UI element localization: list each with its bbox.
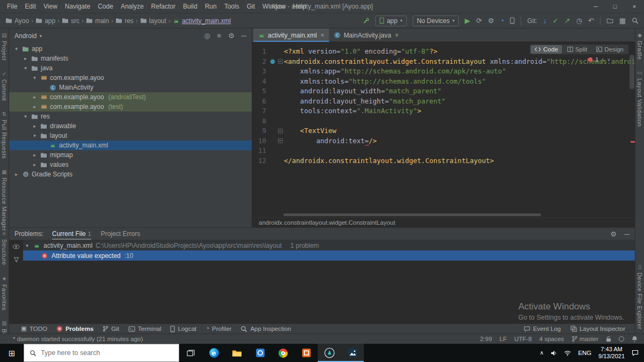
funnel-button[interactable] <box>13 257 19 264</box>
inspections-indicator-icon[interactable] <box>619 336 624 342</box>
git-update-button[interactable]: ↓ <box>543 17 547 24</box>
git-commit-button[interactable]: ✓ <box>553 17 559 24</box>
menu-window[interactable]: Window <box>259 0 289 13</box>
tree-chevron-icon[interactable]: ▸ <box>32 94 38 100</box>
build-wrench-button[interactable] <box>363 18 369 24</box>
tree-chevron-icon[interactable]: ▾ <box>23 114 28 119</box>
tool-window-layout-inspector[interactable]: Layout Inspector <box>570 326 625 332</box>
expand-chevron-icon[interactable]: ▾ <box>24 243 30 248</box>
maximize-button[interactable]: □ <box>605 0 625 13</box>
search-input[interactable] <box>41 349 173 357</box>
tool-button-gradle[interactable]: ◆Gradle <box>636 33 643 60</box>
breadcrumb-item-main[interactable]: main <box>86 17 109 25</box>
tree-item-res[interactable]: ▾res <box>9 112 252 121</box>
tree-chevron-icon[interactable]: ▸ <box>13 172 19 177</box>
tree-item-gradle-scripts[interactable]: ▸GGradle Scripts <box>9 169 252 179</box>
breadcrumb-item-ayoo[interactable]: Ayoo <box>5 17 29 25</box>
menu-run[interactable]: Run <box>201 0 221 13</box>
eye-button[interactable] <box>12 243 20 251</box>
minimize-button[interactable]: ─ <box>586 0 605 13</box>
fold-icon[interactable]: − <box>278 138 283 143</box>
menu-code[interactable]: Code <box>94 0 117 13</box>
sdk-manager-button[interactable] <box>606 18 613 24</box>
menu-file[interactable]: File <box>3 0 21 13</box>
menu-help[interactable]: Help <box>289 0 310 13</box>
tree-chevron-icon[interactable]: ▾ <box>32 133 38 138</box>
indent-setting[interactable]: 4 spaces <box>539 336 564 342</box>
tree-chevron-icon[interactable]: ▾ <box>13 46 19 51</box>
tool-window-todo[interactable]: ▣TODO <box>21 326 47 332</box>
orange-app-taskbar-button[interactable] <box>295 344 318 362</box>
tree-chevron-icon[interactable]: ▾ <box>23 65 28 71</box>
language-indicator[interactable]: ENG <box>578 350 591 356</box>
tool-button-resource-manager[interactable]: ▦Resource Manager <box>1 169 8 231</box>
problems-error-row[interactable]: Attribute value expected:10 <box>23 250 635 261</box>
tab-close-icon[interactable]: × <box>395 32 399 39</box>
tool-button-device-file-explorer[interactable]: ▯Device File Explorer <box>636 264 643 329</box>
collapse-all-button[interactable]: ≡ <box>217 32 222 40</box>
horizontal-scrollbar[interactable] <box>283 213 541 216</box>
search-everywhere-button[interactable] <box>632 17 639 24</box>
menu-build[interactable]: Build <box>179 0 201 13</box>
menu-git[interactable]: Git <box>243 0 259 13</box>
tool-window-terminal[interactable]: Terminal <box>128 326 161 332</box>
tool-window-event-log[interactable]: Event Log <box>524 326 561 332</box>
file-encoding[interactable]: UTF-8 <box>514 336 532 342</box>
breadcrumb-item-res[interactable]: res <box>115 17 134 25</box>
lock-icon[interactable] <box>606 336 611 342</box>
panel-settings-button[interactable]: ⚙ <box>228 32 235 40</box>
problems-tab-current-file[interactable]: Current File1 <box>52 228 91 240</box>
tool-window-logcat[interactable]: Logcat <box>170 326 196 333</box>
menu-navigate[interactable]: Navigate <box>61 0 94 13</box>
breadcrumb-item-layout[interactable]: layout <box>140 17 166 25</box>
profiler-button[interactable]: ◔ <box>500 17 504 24</box>
notifications-bell-icon[interactable] <box>632 336 638 342</box>
speaker-icon[interactable] <box>551 350 557 356</box>
editor-breadcrumb[interactable]: androidx.constraintlayout.widget.Constra… <box>252 217 635 227</box>
menu-refactor[interactable]: Refactor <box>148 0 179 13</box>
problems-file-row[interactable]: ▾activity_main.xmlC:\Users\HP\AndroidStu… <box>23 240 635 250</box>
view-mode-design[interactable]: Design <box>592 45 627 54</box>
fold-icon[interactable]: − <box>278 59 283 64</box>
menu-edit[interactable]: Edit <box>21 0 40 13</box>
menu-analyze[interactable]: Analyze <box>117 0 148 13</box>
editor-tab-mainactivity-java[interactable]: CMainActivity.java× <box>329 28 404 42</box>
tree-item-layout[interactable]: ▾layout <box>9 131 252 141</box>
project-view-selector[interactable]: Android ▾ <box>14 32 42 40</box>
blue-app-taskbar-button[interactable] <box>248 344 272 362</box>
tree-item-app[interactable]: ▾app <box>9 44 252 54</box>
tree-chevron-icon[interactable]: ▾ <box>32 75 38 80</box>
tree-item-com-example-ayoo-test[interactable]: ▸com.example.ayoo(test) <box>9 102 252 112</box>
gear-icon[interactable]: ⚙ <box>610 231 617 238</box>
tool-window-app-inspection[interactable]: App Inspection <box>240 326 291 333</box>
ide-settings-button[interactable]: ⚙ <box>488 17 494 24</box>
git-rollback-button[interactable]: ↶ <box>588 17 594 24</box>
tree-item-com-example-ayoo[interactable]: ▾com.example.ayoo <box>9 73 252 83</box>
tool-window-problems[interactable]: Problems <box>56 326 93 332</box>
tree-item-mainactivity[interactable]: CMainActivity <box>9 83 252 92</box>
next-error-icon[interactable]: ∨ <box>607 57 610 62</box>
locate-file-button[interactable]: ◎ <box>204 32 210 40</box>
git-history-button[interactable]: ◷ <box>576 17 582 24</box>
tree-item-java[interactable]: ▾java <box>9 63 252 73</box>
device-select[interactable]: No Devices▾ <box>413 16 459 26</box>
tree-item-mipmap[interactable]: ▸mipmap <box>9 150 252 160</box>
tool-button-layout-validation[interactable]: ▭Layout Validation <box>636 70 643 127</box>
apply-changes-button[interactable]: ⟳ <box>476 17 482 24</box>
tree-item-activity-main-xml[interactable]: activity_main.xml <box>9 141 252 150</box>
tab-close-icon[interactable]: × <box>320 32 324 39</box>
tool-button-project[interactable]: ▤Project <box>1 33 8 61</box>
breadcrumb-item-app[interactable]: app <box>35 17 55 25</box>
fold-icon[interactable]: − <box>278 129 283 134</box>
tool-button-commit[interactable]: ✓Commit <box>1 71 8 101</box>
tree-item-drawable[interactable]: ▸drawable <box>9 121 252 131</box>
avd-manager-button[interactable]: ▦ <box>619 17 626 24</box>
line-separator[interactable]: LF <box>500 336 507 342</box>
tree-chevron-icon[interactable]: ▸ <box>32 104 38 109</box>
problems-tab-project-errors[interactable]: Project Errors <box>101 228 140 240</box>
view-mode-code[interactable]: Code <box>531 45 562 54</box>
caret-position[interactable]: 2:99 <box>480 336 492 342</box>
tree-chevron-icon[interactable]: ▸ <box>32 162 38 167</box>
device-manager-button[interactable] <box>510 17 515 24</box>
wifi-icon[interactable] <box>564 350 571 356</box>
